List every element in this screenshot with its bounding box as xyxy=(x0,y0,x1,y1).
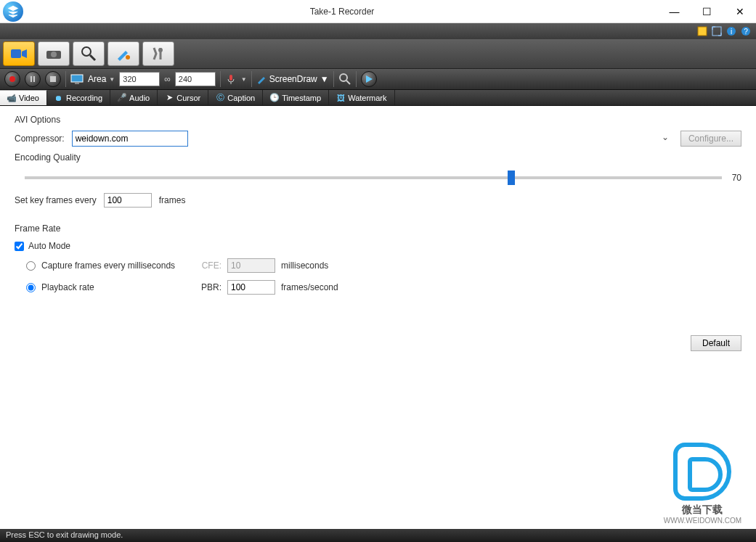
mic-dropdown[interactable]: ▼ xyxy=(241,76,247,83)
tab-strip: 📹Video ⏺Recording 🎤Audio ➤Cursor ⒸCaptio… xyxy=(0,90,756,106)
app-icon xyxy=(3,1,23,22)
link-icon[interactable]: ∞ xyxy=(164,74,171,84)
compressor-label: Compressor: xyxy=(15,134,65,144)
frame-rate-label: Frame Rate xyxy=(15,223,741,234)
svg-rect-0 xyxy=(698,27,707,36)
svg-line-18 xyxy=(346,81,350,84)
caption-icon: Ⓒ xyxy=(216,94,224,102)
tab-caption[interactable]: ⒸCaption xyxy=(208,90,263,105)
svg-line-11 xyxy=(90,55,95,60)
stop-button[interactable] xyxy=(45,71,61,87)
brush-button[interactable] xyxy=(107,41,139,66)
tab-label: Recording xyxy=(66,94,102,102)
playback-rate-radio[interactable] xyxy=(26,283,36,292)
tab-video[interactable]: 📹Video xyxy=(0,90,47,105)
main-toolbar xyxy=(0,39,756,68)
fullscreen-icon[interactable] xyxy=(711,25,723,37)
quality-value: 70 xyxy=(732,173,741,183)
separator xyxy=(356,71,357,87)
minimize-button[interactable]: — xyxy=(658,1,691,22)
screendraw-label: ScreenDraw xyxy=(269,74,317,84)
pause-button[interactable] xyxy=(25,71,41,87)
avi-options-label: AVI Options xyxy=(15,115,741,125)
tab-label: Caption xyxy=(227,94,255,102)
quick-icon-bar: i ? xyxy=(0,23,756,39)
frames-unit: frames xyxy=(159,195,186,205)
svg-point-10 xyxy=(82,47,91,56)
close-button[interactable]: ✕ xyxy=(723,1,756,22)
pbr-input[interactable] xyxy=(227,280,275,295)
ms-unit: milliseconds xyxy=(281,260,328,271)
window-controls: — ☐ ✕ xyxy=(658,1,756,22)
control-toolbar: Area▼ ∞ ▼ ScreenDraw ▼ xyxy=(0,68,756,90)
compressor-select[interactable] xyxy=(72,131,188,147)
svg-text:i: i xyxy=(731,28,732,36)
tab-label: Watermark xyxy=(348,94,386,102)
help-icon[interactable]: ? xyxy=(740,25,752,37)
mic-icon[interactable] xyxy=(225,73,237,85)
encoding-quality-label: Encoding Quality xyxy=(15,152,741,163)
watermark-icon: 🖼 xyxy=(336,94,345,102)
configure-button[interactable]: Configure... xyxy=(680,131,741,147)
maximize-button[interactable]: ☐ xyxy=(691,1,723,22)
area-label: Area xyxy=(88,74,106,84)
zoom-icon[interactable] xyxy=(338,73,351,86)
height-input[interactable] xyxy=(175,72,216,86)
separator xyxy=(220,71,221,87)
screendraw-button[interactable]: ScreenDraw ▼ xyxy=(256,74,329,84)
svg-point-12 xyxy=(126,55,130,59)
video-icon: 📹 xyxy=(7,94,16,102)
separator xyxy=(65,71,66,87)
record-button[interactable] xyxy=(4,71,20,87)
auto-mode-checkbox[interactable] xyxy=(15,242,24,251)
monitor-icon xyxy=(70,74,84,84)
separator xyxy=(333,71,334,87)
video-settings-pane: AVI Options Compressor: Configure... Enc… xyxy=(3,106,753,527)
separator xyxy=(251,71,252,87)
cursor-icon: ➤ xyxy=(165,94,174,102)
tab-label: Video xyxy=(19,94,39,102)
svg-rect-1 xyxy=(712,27,721,36)
window-title: Take-1 Recorder xyxy=(26,7,658,17)
camcorder-button[interactable] xyxy=(3,41,35,66)
svg-rect-16 xyxy=(229,75,232,81)
keyframes-input[interactable] xyxy=(104,193,152,208)
svg-point-13 xyxy=(158,48,163,52)
area-dropdown[interactable]: Area▼ xyxy=(88,74,115,84)
grid-icon[interactable] xyxy=(696,25,708,37)
tab-label: Timestamp xyxy=(282,94,321,102)
tab-cursor[interactable]: ➤Cursor xyxy=(158,90,208,105)
width-input[interactable] xyxy=(119,72,160,86)
tab-recording[interactable]: ⏺Recording xyxy=(47,90,110,105)
audio-icon: 🎤 xyxy=(118,94,126,102)
timestamp-icon: 🕒 xyxy=(270,94,279,102)
status-text: Press ESC to exit drawing mode. xyxy=(6,530,123,539)
tools-button[interactable] xyxy=(142,41,174,66)
magnify-button[interactable] xyxy=(73,41,105,66)
tab-label: Cursor xyxy=(176,94,200,102)
svg-text:?: ? xyxy=(744,28,748,36)
recording-icon: ⏺ xyxy=(54,94,63,102)
svg-point-17 xyxy=(340,74,347,81)
titlebar: Take-1 Recorder — ☐ ✕ xyxy=(0,0,756,23)
cfe-label: CFE: xyxy=(192,260,221,271)
tab-timestamp[interactable]: 🕒Timestamp xyxy=(263,90,329,105)
status-bar: Press ESC to exit drawing mode. xyxy=(0,529,756,542)
cfe-input[interactable] xyxy=(227,258,275,273)
tab-label: Audio xyxy=(129,94,150,102)
tab-watermark[interactable]: 🖼Watermark xyxy=(329,90,394,105)
svg-rect-15 xyxy=(75,83,79,84)
svg-point-9 xyxy=(51,52,57,57)
fps-unit: frames/second xyxy=(281,282,338,292)
pbr-label: PBR: xyxy=(192,282,221,292)
info-icon[interactable]: i xyxy=(725,25,737,37)
quality-slider[interactable] xyxy=(25,176,722,179)
keyframes-label: Set key frames every xyxy=(15,195,97,205)
camera-button[interactable] xyxy=(38,41,70,66)
play-button[interactable] xyxy=(361,71,377,87)
capture-every-radio[interactable] xyxy=(26,261,36,271)
svg-marker-7 xyxy=(22,49,27,58)
tab-audio[interactable]: 🎤Audio xyxy=(110,90,158,105)
default-button[interactable]: Default xyxy=(691,335,741,351)
playback-rate-label: Playback rate xyxy=(41,282,187,292)
